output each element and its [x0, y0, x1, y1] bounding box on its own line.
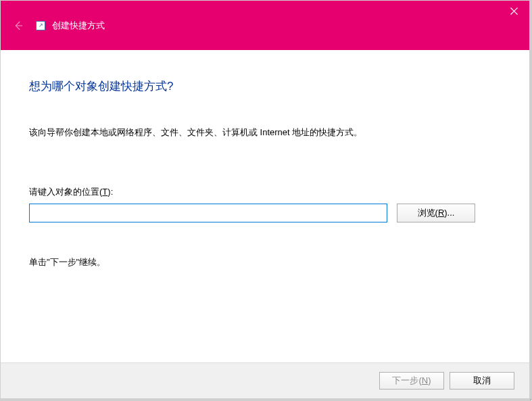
window-title: 创建快捷方式	[52, 20, 105, 32]
titlebar: ↗ 创建快捷方式	[1, 1, 529, 50]
back-arrow-icon	[12, 20, 24, 32]
next-suffix: )	[428, 375, 431, 385]
input-row: 浏览(R)...	[29, 204, 495, 222]
content-area: 想为哪个对象创建快捷方式? 该向导帮你创建本地或网络程序、文件、文件夹、计算机或…	[1, 50, 529, 362]
shortcut-icon: ↗	[36, 21, 45, 30]
browse-button[interactable]: 浏览(R)...	[397, 204, 475, 222]
continue-hint: 单击"下一步"继续。	[29, 256, 495, 268]
location-label-prefix: 请键入对象的位置(	[29, 187, 102, 197]
browse-accel: R	[438, 208, 444, 218]
next-prefix: 下一步(	[392, 375, 421, 385]
page-description: 该向导帮你创建本地或网络程序、文件、文件夹、计算机或 Internet 地址的快…	[29, 126, 495, 139]
browse-prefix: 浏览(	[418, 208, 438, 218]
cancel-button[interactable]: 取消	[450, 372, 514, 390]
back-button	[10, 18, 26, 34]
page-heading: 想为哪个对象创建快捷方式?	[29, 78, 495, 94]
wizard-window: ↗ 创建快捷方式 想为哪个对象创建快捷方式? 该向导帮你创建本地或网络程序、文件…	[0, 0, 530, 399]
location-label-suffix: ):	[107, 187, 113, 197]
close-button[interactable]	[498, 1, 529, 21]
footer: 下一步(N) 取消	[1, 362, 529, 398]
location-label: 请键入对象的位置(T):	[29, 186, 495, 198]
location-input[interactable]	[29, 204, 387, 222]
close-icon	[510, 7, 518, 15]
next-accel: N	[422, 375, 428, 385]
browse-suffix: )...	[444, 208, 454, 218]
next-button: 下一步(N)	[379, 372, 444, 390]
